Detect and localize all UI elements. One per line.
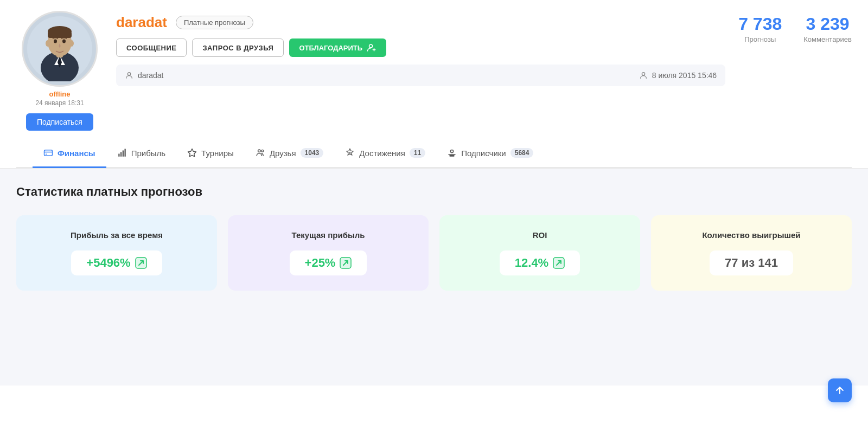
svg-rect-19 (122, 151, 123, 157)
main-content: Статистика платных прогнозов Прибыль за … (0, 169, 868, 386)
stat-cards: Прибыль за все время +5496% Текущая приб… (16, 215, 852, 291)
svg-rect-20 (124, 149, 125, 157)
card-all-time-profit: Прибыль за все время +5496% (16, 215, 217, 291)
tab-friends-badge: 1043 (301, 148, 324, 158)
card-roi-title: ROI (533, 230, 547, 240)
forecasts-label: Прогнозы (738, 35, 782, 43)
card-current-profit-value: +25% (290, 250, 367, 275)
svg-rect-17 (118, 154, 119, 157)
card-all-time-profit-value: +5496% (71, 250, 162, 275)
profile-header: offline 24 января 18:31 Подписаться dara… (0, 0, 868, 169)
tab-achievements-badge: 11 (410, 148, 425, 158)
tab-achievements-label: Достижения (359, 149, 405, 158)
card-current-profit-title: Текущая прибыль (292, 230, 365, 240)
svg-rect-7 (48, 31, 72, 38)
svg-point-24 (451, 150, 454, 152)
tab-subscribers[interactable]: Подписчики 5684 (436, 139, 544, 168)
svg-point-9 (69, 40, 74, 47)
tab-tournaments-label: Турниры (201, 149, 234, 158)
tab-subscribers-label: Подписчики (461, 149, 506, 158)
thank-button[interactable]: ОТБЛАГОДАРИТЬ (289, 38, 386, 57)
svg-rect-25 (448, 154, 456, 155)
comments-count: 3 239 (803, 14, 852, 34)
avatar (22, 11, 98, 87)
comments-label: Комментариев (803, 35, 852, 43)
avatar-section: offline 24 января 18:31 Подписаться (16, 11, 103, 131)
svg-point-13 (127, 73, 130, 75)
card-wins: Количество выигрышей 77 из 141 (651, 215, 852, 291)
trend-up-icon-1 (135, 257, 147, 269)
card-wins-value: 77 из 141 (710, 250, 793, 275)
svg-point-8 (46, 40, 50, 47)
reg-date: 8 июля 2015 15:46 (652, 71, 717, 80)
card-all-time-profit-title: Прибыль за все время (71, 230, 163, 240)
friends-icon (256, 148, 265, 158)
svg-point-12 (369, 44, 373, 48)
svg-point-11 (62, 40, 66, 43)
card-roi-value: 12.4% (500, 250, 580, 275)
tab-finances-label: Финансы (58, 149, 95, 158)
tabs: Финансы Прибыль Турниры (16, 139, 852, 168)
svg-rect-16 (46, 154, 47, 155)
message-button[interactable]: СООБЩЕНИЕ (116, 38, 187, 57)
forecasts-stat: 7 738 Прогнозы (738, 14, 782, 43)
tab-profit-label: Прибыль (131, 149, 165, 158)
subscribe-button[interactable]: Подписаться (26, 113, 93, 131)
svg-rect-18 (120, 152, 122, 157)
subscribers-icon (447, 148, 457, 158)
svg-point-23 (349, 152, 351, 154)
username: daradat (116, 14, 167, 31)
add-user-icon (367, 43, 376, 53)
trend-up-icon-3 (553, 257, 565, 269)
comments-stat: 3 239 Комментариев (803, 14, 852, 43)
svg-point-10 (54, 40, 57, 43)
user-icon (125, 71, 133, 80)
tournament-icon (187, 148, 197, 158)
arrow-up-icon (834, 385, 845, 396)
reg-username: daradat (138, 71, 163, 80)
svg-point-14 (642, 73, 644, 75)
section-title: Статистика платных прогнозов (16, 185, 852, 199)
profile-reg-row: daradat 8 июля 2015 15:46 (116, 65, 725, 86)
paid-badge: Платные прогнозы (176, 16, 253, 29)
svg-rect-26 (450, 155, 455, 157)
achievements-icon (345, 148, 355, 158)
tab-subscribers-badge: 5684 (510, 148, 534, 158)
scroll-top-button[interactable] (828, 378, 852, 402)
profile-stats: 7 738 Прогнозы 3 239 Комментариев (738, 11, 852, 43)
user-status: offline (49, 90, 71, 98)
tab-friends-label: Друзья (270, 149, 296, 158)
calendar-icon (639, 71, 648, 80)
card-roi: ROI 12.4% (439, 215, 640, 291)
tab-finances[interactable]: Финансы (33, 139, 106, 168)
tab-profit[interactable]: Прибыль (106, 139, 176, 168)
svg-rect-15 (44, 150, 53, 156)
finances-icon (43, 148, 53, 158)
svg-point-21 (258, 150, 260, 152)
last-seen: 24 января 18:31 (35, 99, 84, 107)
trend-up-icon-2 (340, 257, 352, 269)
profit-icon (117, 148, 127, 158)
svg-point-22 (261, 150, 264, 152)
friend-request-button[interactable]: ЗАПРОС В ДРУЗЬЯ (192, 38, 284, 57)
tab-friends[interactable]: Друзья 1043 (245, 139, 334, 168)
profile-info: daradat Платные прогнозы СООБЩЕНИЕ ЗАПРО… (116, 11, 725, 86)
card-current-profit: Текущая прибыль +25% (228, 215, 429, 291)
card-wins-title: Количество выигрышей (702, 230, 800, 240)
tab-tournaments[interactable]: Турниры (176, 139, 245, 168)
forecasts-count: 7 738 (738, 14, 782, 34)
tab-achievements[interactable]: Достижения 11 (334, 139, 436, 168)
